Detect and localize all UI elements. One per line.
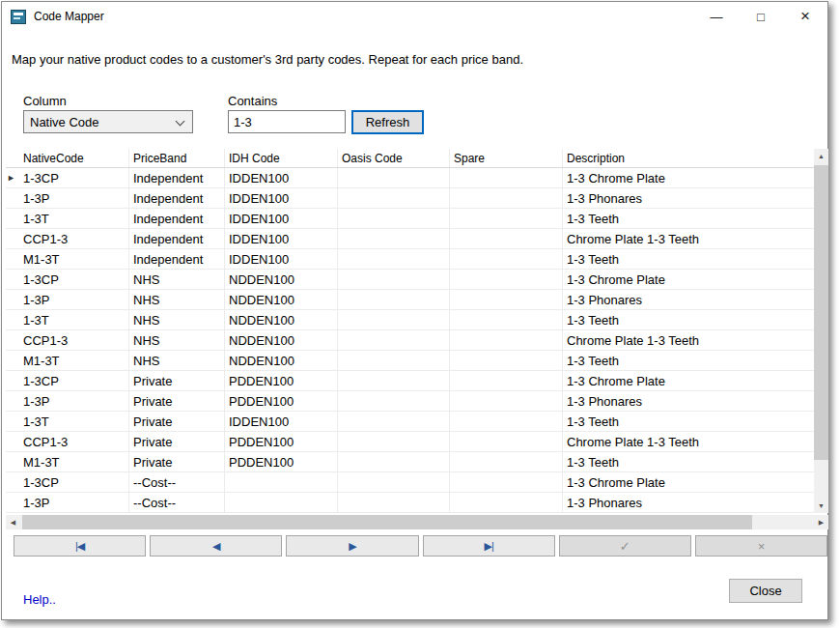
grid-cell[interactable]: 1-3 Chrome Plate — [563, 270, 814, 289]
scroll-up-icon[interactable]: ▲ — [814, 149, 828, 163]
grid-cell[interactable] — [338, 351, 450, 370]
grid-cell[interactable]: 1-3 Teeth — [563, 249, 814, 269]
help-link[interactable]: Help.. — [23, 592, 56, 607]
grid-cell[interactable]: 1-3 Chrome Plate — [563, 168, 814, 187]
grid-cell[interactable] — [450, 168, 563, 187]
grid-cell[interactable] — [338, 229, 450, 248]
grid-cell[interactable] — [338, 472, 450, 492]
grid-cell[interactable] — [450, 432, 563, 451]
grid-cell[interactable]: CCP1-3 — [19, 432, 129, 451]
table-row[interactable]: 1-3TPrivateIDDEN1001-3 Teeth — [6, 412, 814, 432]
nav-post-button[interactable]: ✓ — [559, 535, 691, 557]
vertical-scrollbar[interactable]: ▲ ▼ — [814, 149, 828, 513]
grid-cell[interactable] — [450, 493, 563, 512]
table-row[interactable]: CCP1-3PrivatePDDEN100Chrome Plate 1-3 Te… — [6, 432, 814, 452]
vertical-scroll-track[interactable] — [814, 163, 828, 499]
grid-cell[interactable]: NHS — [129, 310, 225, 329]
grid-cell[interactable]: Private — [129, 412, 225, 431]
grid-cell[interactable]: 1-3 Teeth — [563, 310, 814, 329]
grid-cell[interactable] — [338, 188, 450, 208]
grid-cell[interactable]: 1-3T — [19, 310, 129, 329]
grid-cell[interactable] — [338, 290, 450, 309]
grid-cell[interactable] — [450, 472, 563, 492]
grid-cell[interactable] — [338, 493, 450, 512]
grid-cell[interactable]: Private — [129, 452, 225, 471]
nav-next-button[interactable]: ▶ — [286, 535, 418, 557]
grid-cell[interactable]: 1-3T — [19, 209, 129, 228]
grid-cell[interactable] — [450, 209, 563, 228]
horizontal-scrollbar[interactable]: ◀ ▶ — [6, 515, 828, 529]
grid-cell[interactable]: 1-3 Teeth — [563, 351, 814, 370]
grid-cell[interactable]: Private — [129, 432, 225, 451]
refresh-button[interactable]: Refresh — [351, 110, 424, 134]
grid-cell[interactable]: NHS — [129, 290, 225, 309]
grid-cell[interactable] — [450, 270, 563, 289]
grid-cell[interactable] — [450, 229, 563, 248]
grid-cell[interactable]: PDDEN100 — [225, 391, 338, 411]
grid-cell[interactable]: CCP1-3 — [19, 330, 129, 350]
grid-cell[interactable]: PDDEN100 — [225, 432, 338, 451]
table-row[interactable]: M1-3TIndependentIDDEN1001-3 Teeth — [6, 249, 814, 270]
grid-cell[interactable]: 1-3P — [19, 391, 129, 411]
grid-cell[interactable]: 1-3P — [19, 188, 129, 208]
grid-cell[interactable]: IDDEN100 — [225, 412, 338, 431]
table-row[interactable]: ►1-3CPIndependentIDDEN1001-3 Chrome Plat… — [6, 168, 814, 188]
grid-cell[interactable]: NDDEN100 — [225, 351, 338, 370]
grid-cell[interactable] — [450, 249, 563, 269]
grid-cell[interactable] — [338, 330, 450, 350]
grid-cell[interactable]: 1-3P — [19, 290, 129, 309]
grid-cell[interactable]: 1-3CP — [19, 371, 129, 390]
grid-cell[interactable]: 1-3 Phonares — [563, 188, 814, 208]
close-button[interactable]: Close — [729, 579, 802, 603]
grid-cell[interactable] — [450, 310, 563, 329]
column-header[interactable]: Description — [563, 149, 814, 167]
grid-cell[interactable]: CCP1-3 — [19, 229, 129, 248]
grid-cell[interactable]: PDDEN100 — [225, 452, 338, 471]
table-row[interactable]: 1-3PNHSNDDEN1001-3 Phonares — [6, 290, 814, 310]
grid-cell[interactable] — [450, 290, 563, 309]
grid-cell[interactable]: NHS — [129, 270, 225, 289]
scroll-down-icon[interactable]: ▼ — [814, 499, 828, 513]
grid-cell[interactable]: NHS — [129, 351, 225, 370]
grid-cell[interactable] — [338, 168, 450, 187]
grid-cell[interactable]: 1-3 Chrome Plate — [563, 371, 814, 390]
grid-cell[interactable] — [450, 351, 563, 370]
grid-cell[interactable]: Independent — [129, 229, 225, 248]
table-row[interactable]: 1-3CPPrivatePDDEN1001-3 Chrome Plate — [6, 371, 814, 391]
grid-cell[interactable]: 1-3 Teeth — [563, 412, 814, 431]
table-row[interactable]: 1-3P--Cost--1-3 Phonares — [6, 493, 814, 513]
grid-cell[interactable]: --Cost-- — [129, 472, 225, 492]
grid-cell[interactable]: 1-3 Phonares — [563, 391, 814, 411]
table-row[interactable]: 1-3PIndependentIDDEN1001-3 Phonares — [6, 188, 814, 209]
column-dropdown[interactable]: Native Code — [23, 110, 193, 133]
table-row[interactable]: M1-3TNHSNDDEN1001-3 Teeth — [6, 351, 814, 371]
grid-cell[interactable]: IDDEN100 — [225, 249, 338, 269]
grid-cell[interactable] — [450, 391, 563, 411]
grid-cell[interactable]: Independent — [129, 188, 225, 208]
maximize-button[interactable]: □ — [739, 2, 783, 31]
nav-last-button[interactable]: ▶| — [423, 535, 555, 557]
table-row[interactable]: CCP1-3IndependentIDDEN100Chrome Plate 1-… — [6, 229, 814, 249]
grid-cell[interactable]: Private — [129, 391, 225, 411]
horizontal-scroll-track[interactable] — [20, 515, 814, 529]
grid-cell[interactable]: M1-3T — [19, 249, 129, 269]
grid-cell[interactable] — [338, 452, 450, 471]
grid-cell[interactable]: NDDEN100 — [225, 310, 338, 329]
column-header[interactable]: IDH Code — [225, 149, 338, 167]
grid-cell[interactable] — [225, 493, 338, 512]
grid-cell[interactable]: 1-3P — [19, 493, 129, 512]
grid-cell[interactable]: Chrome Plate 1-3 Teeth — [563, 432, 814, 451]
grid-cell[interactable]: IDDEN100 — [225, 168, 338, 187]
grid-cell[interactable] — [338, 310, 450, 329]
table-row[interactable]: 1-3PPrivatePDDEN1001-3 Phonares — [6, 391, 814, 412]
grid-cell[interactable]: Independent — [129, 209, 225, 228]
close-window-button[interactable]: × — [783, 2, 827, 31]
nav-cancel-button[interactable]: × — [695, 535, 827, 557]
grid-cell[interactable]: IDDEN100 — [225, 188, 338, 208]
grid-cell[interactable] — [338, 432, 450, 451]
grid-cell[interactable]: 1-3 Chrome Plate — [563, 472, 814, 492]
table-row[interactable]: 1-3CPNHSNDDEN1001-3 Chrome Plate — [6, 270, 814, 290]
grid-cell[interactable]: 1-3 Phonares — [563, 493, 814, 512]
grid-cell[interactable] — [338, 270, 450, 289]
grid-cell[interactable]: NDDEN100 — [225, 270, 338, 289]
